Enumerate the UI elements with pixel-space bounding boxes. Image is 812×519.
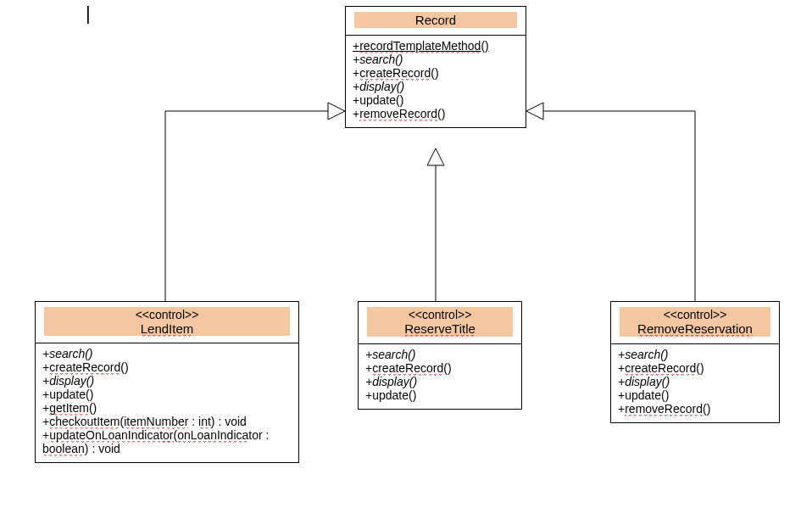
class-record-methods: +recordTemplateMethod()+search()+createR… [346,35,526,127]
class-record-title: Record [354,12,517,28]
method: +createRecord() [42,360,292,374]
method: +display() [353,80,519,93]
class-lenditem: <<control>> LendItem +search()+createRec… [35,301,299,463]
method: +search() [353,53,519,66]
class-reservetitle-title: ReserveTitle [370,321,509,336]
class-lenditem-header: <<control>> LendItem [44,307,290,336]
class-lenditem-stereotype: <<control>> [47,308,286,321]
class-removereservation-header: <<control>> RemoveReservation [620,307,770,337]
method: +removeRecord() [618,402,772,416]
method: +update() [42,388,292,401]
text-cursor: | [86,3,91,25]
method: +createRecord() [365,361,514,375]
method: +display() [42,374,292,388]
class-removereservation-stereotype: <<control>> [623,308,767,321]
class-reservetitle-header: <<control>> ReserveTitle [367,307,513,337]
class-reservetitle-methods: +search()+createRecord()+display()+updat… [359,343,521,409]
class-reservetitle: <<control>> ReserveTitle +search()+creat… [358,301,522,410]
class-record: Record +recordTemplateMethod()+search()+… [345,6,526,128]
method: +update() [353,93,519,107]
method: +search() [365,348,514,361]
class-lenditem-title: LendItem [47,321,286,336]
method: +removeRecord() [353,107,519,120]
svg-marker-0 [328,103,345,120]
method: +updateOnLoanIndicator(onLoanIndicator :… [42,428,292,455]
method: +checkoutItem(itemNumber : int) : void [42,415,292,428]
method: +display() [365,375,514,388]
class-record-attributes [346,28,526,35]
method: +getItem() [42,401,292,415]
method: +search() [618,348,772,361]
class-lenditem-methods: +search()+createRecord()+display()+updat… [36,343,298,462]
class-lenditem-attributes [36,336,298,343]
method: +createRecord() [353,66,519,80]
class-reservetitle-attributes [359,337,521,343]
class-reservetitle-stereotype: <<control>> [370,308,509,321]
method: +display() [618,375,772,388]
class-removereservation-title: RemoveReservation [623,321,767,336]
method: +update() [618,388,772,402]
class-removereservation: <<control>> RemoveReservation +search()+… [610,301,780,423]
class-removereservation-methods: +search()+createRecord()+display()+updat… [611,343,779,422]
method: +recordTemplateMethod() [353,39,519,53]
method: +createRecord() [618,361,772,375]
method: +search() [42,347,292,360]
class-removereservation-attributes [611,337,779,343]
svg-marker-2 [526,103,543,120]
svg-marker-1 [427,148,444,165]
method: +update() [365,388,514,402]
